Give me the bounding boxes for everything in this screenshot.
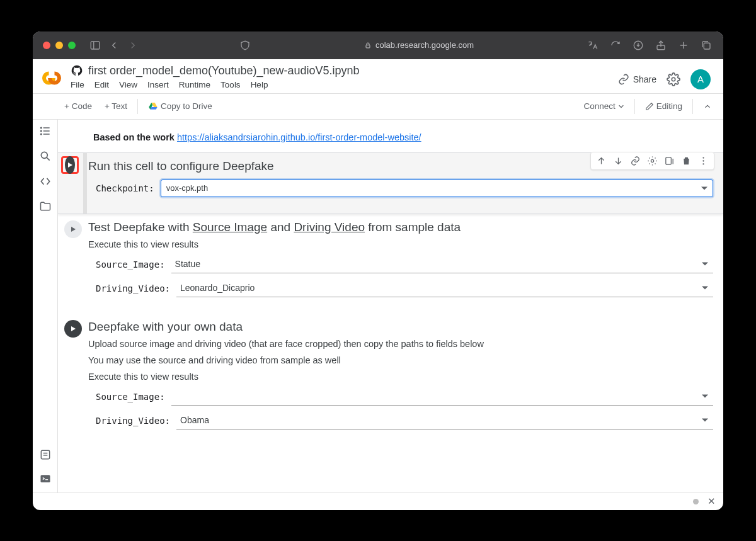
svg-line-16 [47, 157, 50, 161]
svg-point-15 [41, 152, 47, 158]
cell-settings-icon[interactable] [647, 156, 658, 166]
toolbar-right [586, 38, 713, 52]
move-down-icon[interactable] [613, 156, 624, 166]
play-icon [69, 325, 77, 333]
maximize-window[interactable] [68, 42, 76, 49]
snippets-icon[interactable] [39, 448, 52, 461]
svg-point-25 [702, 163, 704, 164]
menu-insert[interactable]: Insert [147, 80, 169, 89]
source-image-dropdown[interactable] [171, 388, 713, 406]
svg-rect-2 [366, 45, 370, 48]
add-code-button[interactable]: + Code [58, 98, 98, 115]
copy-to-drive-button[interactable]: Copy to Drive [142, 98, 219, 115]
source-image-link[interactable]: Source Image [193, 220, 267, 234]
menu-tools[interactable]: Tools [220, 80, 241, 89]
field-label: Source_Image: [96, 392, 165, 402]
svg-rect-0 [91, 42, 100, 49]
move-up-icon[interactable] [596, 156, 607, 166]
svg-rect-17 [41, 450, 49, 458]
field-label: Source_Image: [96, 259, 165, 270]
left-rail [33, 120, 58, 493]
download-icon[interactable] [631, 38, 645, 52]
source-image-dropdown[interactable]: Statue [171, 256, 713, 273]
link-cell-icon[interactable] [630, 156, 641, 166]
reload-icon[interactable] [609, 38, 622, 52]
cell-own-data[interactable]: Deepfake with your own data Upload sourc… [58, 314, 723, 446]
window-controls [43, 42, 76, 49]
caret-down-icon [618, 103, 624, 110]
svg-rect-20 [40, 475, 50, 482]
settings-icon[interactable] [667, 72, 680, 86]
dropdown-value: Obama [180, 415, 209, 425]
mirror-cell-icon[interactable] [664, 156, 675, 166]
more-icon[interactable] [698, 156, 709, 166]
intro-link[interactable]: https://aliaksandrsiarohin.github.io/fir… [177, 132, 421, 142]
driving-video-link[interactable]: Driving Video [294, 220, 365, 234]
caret-down-icon [702, 287, 708, 290]
menu-edit[interactable]: Edit [94, 80, 109, 89]
dropdown-value: Leonardo_Dicaprio [180, 283, 255, 293]
play-icon [66, 161, 74, 169]
driving-video-dropdown[interactable]: Leonardo_Dicaprio [176, 280, 713, 297]
cell-subtitle: Upload source image and driving video (t… [88, 339, 713, 349]
files-icon[interactable] [39, 200, 52, 213]
content-area: Based on the work https://aliaksandrsiar… [33, 120, 723, 493]
menu-view[interactable]: View [119, 80, 137, 89]
checkpoint-dropdown[interactable]: vox-cpk.pth [161, 179, 713, 197]
close-window[interactable] [43, 42, 50, 49]
translate-icon[interactable] [586, 38, 600, 52]
back-icon[interactable] [107, 38, 121, 52]
search-icon[interactable] [39, 150, 52, 162]
terminal-icon[interactable] [39, 472, 52, 485]
link-icon [618, 74, 629, 85]
pencil-icon [645, 102, 654, 111]
cell-subtitle: You may use the source and driving video… [88, 355, 713, 365]
close-icon[interactable]: ✕ [707, 496, 716, 507]
delete-cell-icon[interactable] [681, 156, 692, 166]
svg-rect-22 [666, 157, 672, 164]
run-cell-button[interactable] [64, 220, 82, 238]
sidebar-toggle-icon[interactable] [88, 38, 102, 52]
variables-icon[interactable] [39, 175, 52, 188]
toc-icon[interactable] [39, 125, 52, 137]
caret-down-icon [701, 186, 707, 190]
colab-logo-icon [40, 67, 63, 89]
run-cell-button[interactable] [64, 320, 82, 338]
caret-down-icon [702, 419, 708, 422]
collapse-toolbar-button[interactable] [697, 98, 718, 115]
forward-icon[interactable] [126, 38, 140, 52]
intro-prefix: Based on the work [93, 132, 177, 142]
shield-icon[interactable] [238, 38, 252, 52]
menu-file[interactable]: File [71, 80, 84, 89]
cell-subtitle: Execute this to view results [88, 372, 713, 382]
cell-title: Test Deepfake with Source Image and Driv… [88, 220, 713, 234]
menu-help[interactable]: Help [251, 80, 268, 89]
field-label: Driving_Video: [96, 416, 170, 426]
minimize-window[interactable] [55, 42, 63, 49]
svg-point-12 [40, 127, 42, 128]
svg-point-8 [672, 77, 675, 81]
connect-button[interactable]: Connect [577, 98, 630, 115]
driving-video-dropdown[interactable]: Obama [176, 412, 713, 430]
status-indicator [693, 499, 699, 504]
cell-subtitle: Execute this to view results [88, 239, 713, 249]
svg-point-13 [40, 130, 42, 132]
share-icon[interactable] [654, 38, 668, 52]
avatar[interactable]: A [690, 69, 711, 89]
add-text-button[interactable]: + Text [98, 98, 134, 115]
url-bar[interactable]: colab.research.google.com [364, 40, 474, 50]
run-cell-button[interactable] [61, 156, 79, 174]
tabs-icon[interactable] [699, 38, 713, 52]
cell-title: Deepfake with your own data [88, 320, 713, 334]
menu-runtime[interactable]: Runtime [179, 80, 210, 89]
caret-down-icon [702, 263, 708, 266]
share-button[interactable]: Share [618, 74, 656, 85]
cell-test-sample[interactable]: Test Deepfake with Source Image and Driv… [58, 214, 723, 314]
new-tab-icon[interactable] [677, 38, 690, 52]
svg-point-23 [702, 157, 704, 158]
editing-mode-button[interactable]: Editing [639, 98, 689, 115]
notebook-body: Based on the work https://aliaksandrsiar… [58, 120, 723, 493]
document-title[interactable]: first order_model_demo(Youtube)_new-audi… [88, 64, 360, 77]
svg-rect-7 [704, 43, 710, 49]
cell-configure[interactable]: Run this cell to configure Deepfake Chec… [58, 152, 723, 214]
